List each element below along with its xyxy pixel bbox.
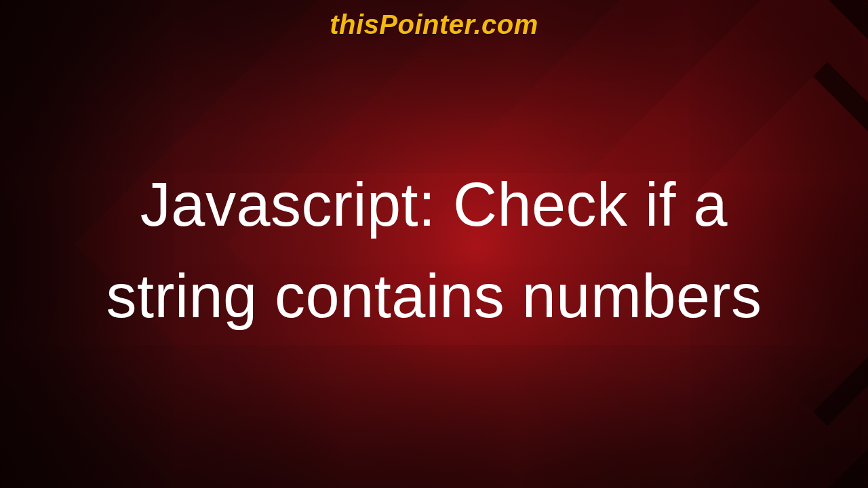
site-logo-text: thisPointer.com <box>0 9 868 40</box>
banner-canvas: thisPointer.com Javascript: Check if a s… <box>0 0 868 488</box>
article-title: Javascript: Check if a string contains n… <box>0 159 868 342</box>
